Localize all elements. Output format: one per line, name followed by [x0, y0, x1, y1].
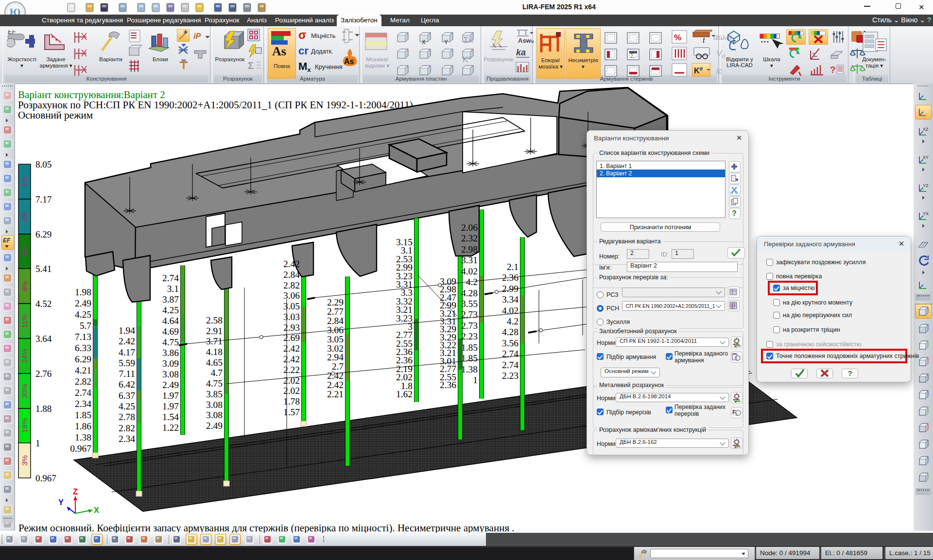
svg-text:2.74: 2.74	[162, 273, 179, 283]
svg-text:1.22: 1.22	[162, 423, 179, 433]
svg-text:4.02: 4.02	[461, 266, 478, 276]
svg-text:2.34: 2.34	[119, 434, 135, 444]
svg-text:3.1: 3.1	[167, 284, 179, 294]
svg-text:2.77: 2.77	[327, 306, 344, 317]
svg-text:2.93: 2.93	[283, 322, 300, 333]
svg-text:2.74: 2.74	[75, 388, 91, 398]
svg-text:2.82: 2.82	[119, 423, 135, 433]
svg-text:2.42: 2.42	[283, 259, 300, 269]
svg-text:2.94: 2.94	[327, 352, 344, 362]
svg-text:3.08: 3.08	[206, 410, 223, 420]
svg-text:1.54: 1.54	[162, 412, 179, 422]
svg-text:2.42: 2.42	[119, 336, 135, 346]
svg-text:2.82: 2.82	[75, 376, 91, 387]
svg-text:1.38: 1.38	[75, 432, 91, 442]
svg-text:2.21: 2.21	[327, 389, 344, 399]
svg-text:1.88: 1.88	[35, 404, 52, 414]
svg-text:3.06: 3.06	[283, 290, 300, 301]
svg-text:2.34: 2.34	[75, 399, 91, 409]
svg-text:2.42: 2.42	[327, 371, 344, 381]
svg-text:3.85: 3.85	[206, 389, 223, 399]
svg-text:2.1: 2.1	[507, 262, 518, 272]
svg-text:Режим основний. Коефіцієнти за: Режим основний. Коефіцієнти запасу армув…	[18, 522, 515, 534]
svg-text:1.97: 1.97	[162, 390, 179, 401]
svg-text:6.29: 6.29	[35, 229, 52, 239]
svg-text:2.23: 2.23	[502, 371, 518, 381]
svg-text:2.82: 2.82	[283, 280, 300, 290]
svg-text:2.84: 2.84	[327, 316, 344, 326]
svg-text:Y: Y	[58, 498, 64, 507]
svg-text:2.49: 2.49	[206, 421, 223, 431]
svg-text:2.84: 2.84	[283, 270, 300, 280]
svg-text:Z: Z	[73, 488, 78, 496]
svg-text:1: 1	[473, 375, 478, 385]
svg-text:4.64: 4.64	[162, 316, 179, 326]
svg-text:4.7: 4.7	[211, 368, 223, 378]
svg-text:7.11: 7.11	[119, 369, 135, 379]
svg-text:2.32: 2.32	[461, 233, 478, 243]
svg-text:2.42: 2.42	[283, 354, 300, 364]
svg-text:3.31: 3.31	[461, 255, 478, 265]
svg-text:1.85: 1.85	[461, 342, 478, 353]
svg-text:11%: 11%	[20, 314, 29, 328]
svg-text:1.78: 1.78	[283, 396, 300, 407]
svg-text:2.58: 2.58	[206, 315, 223, 325]
svg-text:4.28: 4.28	[502, 327, 518, 337]
svg-text:3.09: 3.09	[162, 358, 179, 369]
svg-text:2.98: 2.98	[461, 244, 478, 255]
svg-text:1.98: 1.98	[75, 287, 91, 297]
svg-text:7.17: 7.17	[35, 194, 52, 204]
svg-text:2.73: 2.73	[461, 321, 478, 331]
svg-text:1.57: 1.57	[283, 407, 300, 417]
svg-text:4.69: 4.69	[162, 326, 179, 337]
svg-text:2.7: 2.7	[332, 361, 344, 372]
svg-text:2.78: 2.78	[119, 412, 135, 422]
svg-text:1.85: 1.85	[461, 353, 478, 363]
svg-text:6%: 6%	[20, 281, 29, 291]
svg-text:1.38: 1.38	[461, 364, 478, 374]
svg-text:5.41: 5.41	[35, 264, 52, 274]
svg-text:5.59: 5.59	[119, 358, 135, 368]
svg-text:2.91: 2.91	[206, 326, 223, 336]
svg-text:1.94: 1.94	[119, 325, 135, 336]
svg-text:4.17: 4.17	[119, 347, 135, 357]
svg-text:X: X	[94, 506, 99, 514]
svg-text:4.25: 4.25	[162, 305, 179, 315]
svg-text:3.86: 3.86	[162, 348, 179, 358]
svg-text:3.05: 3.05	[327, 334, 344, 344]
svg-text:4.25: 4.25	[75, 309, 91, 320]
svg-text:4.75: 4.75	[206, 378, 223, 389]
svg-text:1: 1	[35, 438, 40, 448]
svg-text:4.75: 4.75	[162, 337, 179, 347]
svg-text:8.05: 8.05	[35, 159, 52, 170]
svg-text:4.65: 4.65	[206, 357, 223, 368]
svg-text:2.74: 2.74	[502, 360, 518, 370]
svg-text:Основний режим: Основний режим	[18, 109, 93, 121]
svg-text:4.21: 4.21	[75, 365, 91, 375]
svg-text:6.33: 6.33	[75, 343, 91, 353]
svg-text:2.42: 2.42	[327, 380, 344, 390]
svg-text:2: 2	[731, 304, 733, 309]
svg-text:2.36: 2.36	[440, 380, 456, 390]
svg-text:3.03: 3.03	[283, 312, 300, 322]
svg-text:0.967: 0.967	[35, 473, 56, 483]
svg-text:1.62: 1.62	[396, 389, 413, 399]
svg-text:7.13: 7.13	[75, 332, 91, 342]
svg-text:?: ?	[732, 209, 737, 218]
svg-text:2.49: 2.49	[162, 380, 179, 390]
svg-text:1.86: 1.86	[75, 421, 91, 431]
svg-text:3.87: 3.87	[162, 294, 179, 305]
svg-text:5.7: 5.7	[80, 321, 92, 331]
svg-text:4.18: 4.18	[206, 347, 223, 357]
svg-text:3.56: 3.56	[502, 338, 518, 348]
svg-text:2.49: 2.49	[75, 298, 91, 308]
svg-text:3.08: 3.08	[162, 369, 179, 379]
svg-text:4.52: 4.52	[35, 299, 52, 309]
svg-text:3%: 3%	[20, 455, 29, 466]
svg-text:3%: 3%	[20, 246, 29, 257]
svg-text:6.37: 6.37	[119, 390, 135, 401]
svg-text:3.64: 3.64	[35, 334, 52, 344]
svg-text:3.05: 3.05	[283, 301, 300, 311]
svg-text:2.29: 2.29	[327, 297, 344, 307]
svg-text:3.08: 3.08	[206, 400, 223, 410]
